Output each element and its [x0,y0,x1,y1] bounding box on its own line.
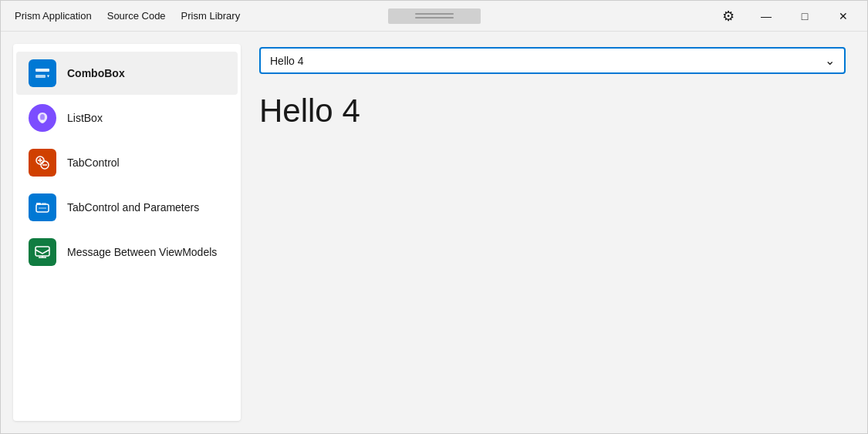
listbox-icon [29,104,56,132]
sidebar-item-message-viewmodels[interactable]: Message Between ViewModels [16,230,238,274]
window-lines [415,13,454,19]
svg-rect-11 [42,203,46,205]
svg-point-2 [40,114,45,120]
message-icon [29,238,56,266]
main-content: ComboBox ListBox [1,32,867,433]
sidebar: ComboBox ListBox [13,44,241,421]
combobox-icon [29,59,56,87]
sidebar-item-tabcontrol-params[interactable]: TabControl and Parameters [16,186,238,229]
combobox-icon-wrapper [29,59,56,87]
minimize-icon: — [761,10,772,22]
sidebar-item-tabcontrol-label: TabControl [67,156,120,169]
sidebar-item-combobox-label: ComboBox [67,67,125,79]
tabcontrol-icon [29,149,56,177]
settings-button[interactable]: ⚙ [714,4,742,29]
sidebar-item-combobox[interactable]: ComboBox [16,52,238,95]
listbox-icon-wrapper [29,104,56,132]
maximize-icon: □ [802,10,808,22]
sidebar-item-tabparams-label: TabControl and Parameters [67,201,199,214]
svg-rect-1 [35,75,46,78]
sidebar-item-listbox[interactable]: ListBox [16,96,238,140]
title-bar: Prism Application Source Code Prism Libr… [1,1,867,32]
tabparams-icon-wrapper [29,193,56,221]
svg-rect-0 [35,69,49,72]
sidebar-item-tabcontrol[interactable]: TabControl [16,141,238,184]
tabcontrol-icon-wrapper [29,149,56,177]
title-bar-center [388,8,481,24]
content-area: Hello 4 ⌄ Hello 4 [253,44,855,421]
menu-source-code[interactable]: Source Code [100,7,174,25]
menu-prism-library[interactable]: Prism Library [174,7,248,25]
tabparams-icon [29,193,56,221]
close-icon: ✕ [839,10,848,22]
svg-point-3 [41,119,44,123]
maximize-button[interactable]: □ [787,4,822,29]
window-line [415,13,454,15]
window-line [415,17,454,19]
window-thumbnail [388,8,481,24]
svg-rect-10 [36,203,41,205]
message-icon-wrapper [29,238,56,266]
menu-bar: Prism Application Source Code Prism Libr… [7,7,248,25]
combobox-dropdown[interactable]: Hello 4 ⌄ [259,47,846,74]
menu-prism-application[interactable]: Prism Application [7,7,100,25]
gear-icon: ⚙ [722,8,735,25]
sidebar-item-message-label: Message Between ViewModels [67,246,217,258]
combobox-value: Hello 4 [270,55,304,67]
sidebar-item-listbox-label: ListBox [67,112,103,124]
display-text: Hello 4 [259,86,849,136]
window-controls: ⚙ — □ ✕ [714,4,861,29]
minimize-button[interactable]: — [748,4,784,29]
chevron-down-icon: ⌄ [825,53,835,68]
close-button[interactable]: ✕ [826,4,861,29]
